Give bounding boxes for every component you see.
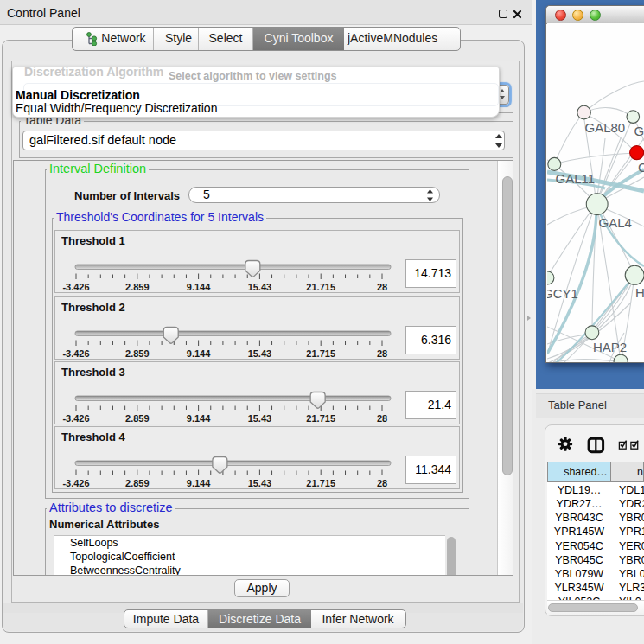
svg-text:H: H: [635, 285, 644, 300]
svg-text:GAL4: GAL4: [599, 215, 632, 230]
svg-text:GCY1: GCY1: [547, 286, 578, 301]
svg-text:HAP2: HAP2: [593, 340, 627, 354]
svg-text:C: C: [638, 160, 644, 175]
svg-text:GAL80: GAL80: [585, 120, 626, 135]
svg-text:GAL11: GAL11: [556, 171, 596, 186]
svg-text:G…: G…: [634, 124, 644, 138]
